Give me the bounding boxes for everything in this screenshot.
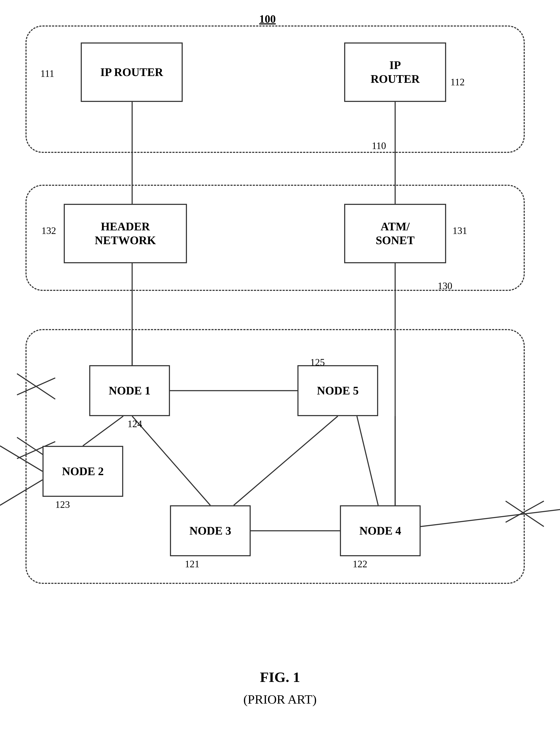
ip-router-1-box: IP ROUTER — [81, 42, 183, 102]
ref-121: 121 — [185, 558, 199, 570]
node3-box: NODE 3 — [170, 505, 251, 556]
node4-box: NODE 4 — [340, 505, 421, 556]
ref-112: 112 — [450, 76, 465, 88]
ref-132: 132 — [41, 225, 56, 236]
node2-box: NODE 2 — [42, 446, 123, 497]
ref-125: 125 — [310, 357, 325, 368]
node2-label: NODE 2 — [62, 464, 104, 478]
ip-router-1-label: IP ROUTER — [100, 65, 163, 79]
ref-124: 124 — [127, 418, 142, 429]
ref-131: 131 — [453, 225, 467, 236]
atm-sonet-label: ATM/SONET — [376, 220, 414, 247]
ref-130: 130 — [438, 280, 452, 292]
node5-box: NODE 5 — [298, 365, 378, 416]
node5-label: NODE 5 — [317, 384, 359, 398]
fig-subcaption: (PRIOR ART) — [0, 692, 560, 707]
ref-122: 122 — [353, 558, 367, 570]
node3-label: NODE 3 — [189, 524, 231, 538]
header-network-box: HEADERNETWORK — [64, 204, 187, 263]
diagram-title-label: 100 — [259, 13, 276, 25]
ip-router-2-box: IPROUTER — [344, 42, 446, 102]
ref-111: 111 — [40, 68, 54, 79]
header-network-label: HEADERNETWORK — [95, 220, 156, 247]
diagram: 100 — [0, 0, 560, 745]
node1-box: NODE 1 — [89, 365, 170, 416]
ref-110: 110 — [372, 140, 386, 151]
node1-label: NODE 1 — [109, 384, 151, 398]
atm-sonet-box: ATM/SONET — [344, 204, 446, 263]
fig-caption: FIG. 1 — [0, 669, 560, 685]
node4-label: NODE 4 — [360, 524, 401, 538]
ref-123: 123 — [55, 499, 70, 510]
ip-router-2-label: IPROUTER — [371, 58, 419, 86]
